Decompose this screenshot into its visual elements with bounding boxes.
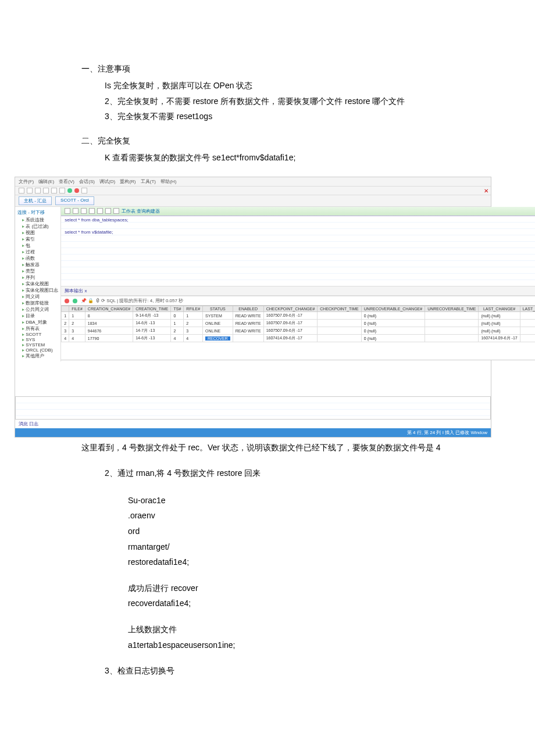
tree-node[interactable]: ORCL (CDB) — [17, 347, 58, 353]
connections-tree[interactable]: 连接 - 对下移 系统连接表 (已过滤)视图索引包过程函数触发器类型序列实体化视… — [15, 207, 61, 361]
tree-node[interactable]: 实体化视图 — [17, 281, 58, 287]
tree-node[interactable]: 系统连接 — [17, 217, 58, 223]
grid-header[interactable]: UNRECOVERABLE_CHANGE# — [361, 306, 425, 312]
grid-header[interactable]: ENABLED — [233, 306, 263, 312]
grid-cell[interactable]: (null) (null) — [479, 327, 520, 335]
tree-node[interactable]: SCOTT — [17, 332, 58, 337]
table-row[interactable]: 1189-14-6月 -1301SYSTEMREAD WRITE1607507.… — [62, 312, 535, 320]
grid-header[interactable] — [62, 306, 69, 312]
grid-cell[interactable]: 0 — [171, 312, 184, 320]
output-tab-label[interactable]: 脚本输出 x — [61, 286, 535, 296]
ws-icon[interactable] — [89, 208, 95, 214]
ws-icon[interactable] — [73, 208, 79, 214]
toolbar-icon[interactable] — [43, 188, 49, 194]
output-toolbar[interactable]: 📌 🔒 🛢 ⟳ SQL | 提取的所有行: 4, 用时 0.057 秒 — [61, 296, 535, 305]
grid-cell[interactable]: 1 — [62, 312, 69, 320]
grid-cell[interactable]: 1607414.09-6月 -17 — [479, 335, 520, 342]
app-menu-bar[interactable]: 文件(F) 编辑(E) 查看(V) 会话(S) 调试(D) 重构(R) 工具(T… — [15, 177, 491, 187]
grid-cell[interactable] — [425, 320, 479, 327]
grid-header[interactable]: LAST_CHANGE# — [479, 306, 520, 312]
tab-host[interactable]: 主机 - 汇总 — [19, 196, 52, 205]
grid-cell[interactable]: 0 (null) — [361, 327, 425, 335]
ws-icon[interactable] — [105, 208, 111, 214]
grid-cell[interactable]: 944676 — [85, 327, 133, 335]
table-row[interactable]: 3394467614-7月 -1323ONLINEREAD WRITE16075… — [62, 327, 535, 335]
tree-node[interactable]: SYS — [17, 337, 58, 342]
grid-header[interactable]: UNRECOVERABLE_TIME — [425, 306, 479, 312]
grid-cell[interactable]: READ WRITE — [233, 320, 263, 327]
toolbar-icon[interactable] — [51, 188, 57, 194]
grid-cell[interactable]: 14-7月 -13 — [133, 327, 171, 335]
grid-cell[interactable]: 4 — [69, 335, 85, 342]
grid-cell[interactable]: 4 — [62, 335, 69, 342]
tree-node[interactable]: 过程 — [17, 249, 58, 255]
grid-cell[interactable]: 2 — [69, 320, 85, 327]
grid-cell[interactable] — [318, 320, 362, 327]
grid-cell[interactable]: 1834 — [85, 320, 133, 327]
grid-cell[interactable]: READ WRITE — [233, 312, 263, 320]
grid-cell[interactable] — [318, 327, 362, 335]
ws-icon[interactable] — [81, 208, 87, 214]
grid-cell[interactable]: ONLINE — [203, 327, 233, 335]
grid-cell[interactable]: READ WRITE — [233, 327, 263, 335]
grid-cell[interactable] — [233, 335, 263, 342]
toolbar-icon[interactable] — [81, 188, 87, 194]
grid-cell[interactable]: 1 — [184, 312, 203, 320]
grid-cell[interactable]: 1 — [171, 320, 184, 327]
grid-cell[interactable]: 2 — [62, 320, 69, 327]
run-icon[interactable] — [67, 188, 72, 193]
tree-node[interactable]: SYSTEM — [17, 342, 58, 347]
tab-scott[interactable]: SCOTT - Orcl — [55, 196, 94, 205]
grid-cell[interactable]: 1 — [69, 312, 85, 320]
grid-cell[interactable]: 1607414.09-6月 -17 — [263, 335, 318, 342]
grid-cell[interactable]: 14-6月 -13 — [133, 335, 171, 342]
tree-node[interactable]: 类型 — [17, 268, 58, 274]
table-row[interactable]: 441779014-6月 -1344RECOVER1607414.09-6月 -… — [62, 335, 535, 342]
tree-node[interactable]: 包 — [17, 242, 58, 249]
tree-node[interactable]: 视图 — [17, 230, 58, 236]
result-grid[interactable]: FILE#CREATION_CHANGE#CREATION_TIMETS#RFI… — [61, 305, 535, 360]
toolbar-icon[interactable] — [35, 188, 41, 194]
app-toolbar[interactable]: ✕ — [15, 187, 491, 195]
grid-cell[interactable]: 4 — [171, 335, 184, 342]
grid-cell[interactable]: 1607507.09-6月 -17 — [263, 312, 318, 320]
grid-header[interactable]: RFILE# — [184, 306, 203, 312]
grid-cell[interactable] — [520, 327, 535, 335]
grid-cell[interactable]: 8 — [85, 312, 133, 320]
grid-header[interactable]: TS# — [171, 306, 184, 312]
grid-cell[interactable]: RECOVER — [203, 335, 233, 342]
grid-cell[interactable]: 2 — [171, 327, 184, 335]
tree-node[interactable]: 函数 — [17, 255, 58, 261]
tree-node[interactable]: 序列 — [17, 274, 58, 281]
grid-cell[interactable] — [425, 327, 479, 335]
grid-cell[interactable]: 9-14-6月 -13 — [133, 312, 171, 320]
grid-cell[interactable]: 3 — [69, 327, 85, 335]
grid-header[interactable]: LAST_TIME — [520, 306, 535, 312]
grid-header[interactable]: STATUS — [203, 306, 233, 312]
tree-node[interactable]: DBA_对象 — [17, 319, 58, 325]
grid-cell[interactable] — [318, 335, 362, 342]
tree-node[interactable]: 触发器 — [17, 261, 58, 268]
tree-node[interactable]: 其他用户 — [17, 353, 58, 359]
table-row[interactable]: 22183414-6月 -1312ONLINEREAD WRITE1607507… — [62, 320, 535, 327]
grid-cell[interactable]: 3 — [62, 327, 69, 335]
toolbar-icon[interactable] — [59, 188, 65, 194]
grid-cell[interactable]: ONLINE — [203, 320, 233, 327]
grid-cell[interactable] — [425, 335, 479, 342]
grid-header[interactable]: CHECKPOINT_CHANGE# — [263, 306, 318, 312]
grid-header[interactable]: CHECKPOINT_TIME — [318, 306, 362, 312]
stop-icon[interactable] — [74, 188, 79, 193]
toolbar-icon[interactable] — [19, 188, 24, 194]
toolbar-icon[interactable] — [27, 188, 33, 194]
grid-cell[interactable]: 1607507.09-6月 -17 — [263, 327, 318, 335]
grid-cell[interactable]: 3 — [184, 327, 203, 335]
tree-node[interactable]: 数据库链接 — [17, 300, 58, 306]
tree-node[interactable]: 表 (已过滤) — [17, 223, 58, 230]
grid-cell[interactable]: 0 (null) — [361, 312, 425, 320]
grid-cell[interactable] — [520, 320, 535, 327]
grid-cell[interactable]: (null) (null) — [479, 312, 520, 320]
grid-cell[interactable]: 0 (null) — [361, 320, 425, 327]
grid-cell[interactable]: 4 — [184, 335, 203, 342]
grid-cell[interactable]: 2 — [184, 320, 203, 327]
tree-node[interactable]: 同义词 — [17, 293, 58, 300]
